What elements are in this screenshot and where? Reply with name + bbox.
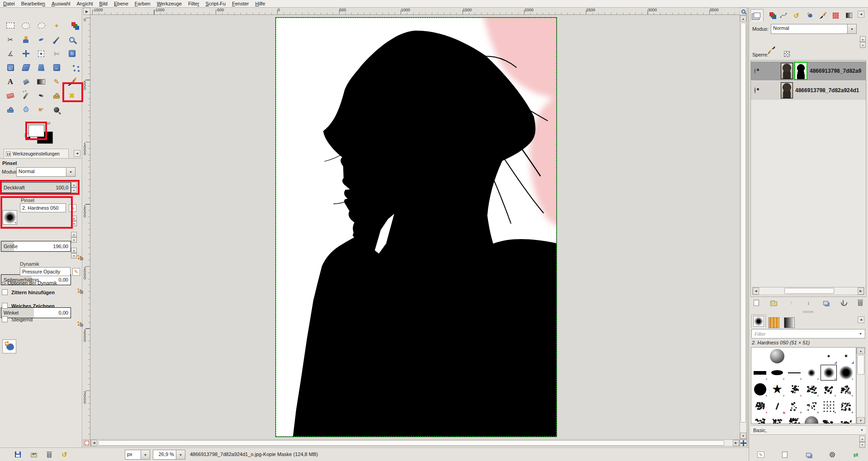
tool-foreground-select[interactable] (18, 33, 33, 47)
chevron-down-icon[interactable]: ▼ (66, 167, 75, 177)
opacity-spinner[interactable]: ▲▼ (71, 182, 77, 193)
duplicate-brush-button[interactable] (803, 451, 813, 459)
vertical-ruler[interactable]: 050010001500200025003000 (83, 15, 90, 439)
angle-reset-icon[interactable] (77, 320, 83, 327)
edit-brush-button[interactable]: ✎ (756, 451, 766, 459)
layer-thumbnail[interactable] (781, 63, 793, 79)
tool-flip[interactable]: ↔ (49, 61, 64, 75)
tool-gradient[interactable] (33, 75, 49, 89)
refresh-brushes-button[interactable]: ⇄ (851, 451, 861, 459)
chevron-down-icon[interactable]: ▼ (848, 24, 857, 34)
edit-brush-icon[interactable]: ✎ (69, 204, 76, 212)
brush-cell[interactable]: + (820, 398, 837, 414)
chevron-down-icon[interactable]: ▼ (860, 428, 863, 432)
menu-script-fu[interactable]: Script-Fu (203, 0, 229, 7)
horizontal-scrollbar[interactable]: ◀ ▶ (90, 439, 740, 447)
dock-tab-paint-dynamics[interactable] (803, 9, 816, 22)
dock-tab-gradients[interactable] (842, 9, 855, 22)
tool-scissors-select[interactable]: ✂ (3, 33, 18, 47)
brush-filter-input[interactable]: Filter ▼ (751, 329, 865, 339)
tool-paths[interactable]: ✒ (33, 33, 49, 47)
tool-eraser[interactable] (3, 89, 18, 103)
tool-airbrush[interactable] (18, 89, 33, 103)
tool-crop[interactable]: ✄ (49, 47, 64, 61)
menu-bearbeiten[interactable]: Bearbeiten (18, 0, 48, 7)
brush-cell[interactable]: + (837, 364, 854, 381)
tool-shear[interactable] (18, 61, 33, 75)
dock-tab-layers[interactable] (750, 9, 764, 22)
brush-cell[interactable]: + (786, 381, 803, 398)
size-slider[interactable]: Größe 196,00 (1, 241, 71, 252)
brush-cell[interactable]: + (786, 364, 803, 381)
brush-cell[interactable] (803, 348, 820, 364)
chevron-down-icon[interactable]: ▼ (176, 450, 185, 460)
tool-move[interactable] (18, 47, 33, 61)
brush-cell[interactable]: ★+ (769, 381, 786, 398)
tool-ink[interactable]: ✒ (33, 89, 49, 103)
brush-cell[interactable]: + (751, 381, 769, 398)
brushes-dock-tab-brushes[interactable] (751, 315, 766, 328)
brush-cell[interactable]: + (769, 398, 786, 414)
delete-brush-button[interactable] (827, 451, 837, 459)
new-layer-group-button[interactable] (769, 299, 778, 307)
delete-layer-button[interactable] (855, 299, 865, 307)
visibility-icon[interactable] (755, 68, 755, 74)
tool-blur-sharpen[interactable] (18, 103, 33, 117)
tool-options-tab[interactable]: Werkzeugeinstellungen (4, 149, 69, 158)
brushes-dock-tab-patterns[interactable] (767, 316, 781, 329)
unit-select[interactable]: px ▼ (125, 450, 150, 460)
checkbox[interactable] (2, 316, 8, 322)
brush-cell[interactable]: + (751, 398, 769, 414)
lower-layer-button[interactable]: ↓ (803, 299, 813, 307)
brush-cell[interactable]: + (769, 364, 786, 381)
edit-dynamics-icon[interactable]: ✎ (72, 268, 80, 276)
tool-perspective-clone[interactable] (3, 103, 18, 117)
reset-options-icon[interactable]: ↺ (61, 451, 67, 458)
layer-row[interactable]: 4866913798_7d82a9 (751, 61, 866, 80)
scroll-up-icon[interactable]: ▲ (857, 348, 865, 354)
brush-cell[interactable]: + (751, 414, 769, 424)
tool-paintbrush[interactable] (64, 75, 80, 89)
brush-cell[interactable]: + (803, 364, 820, 381)
tool-scale[interactable]: ◱ (3, 61, 18, 75)
brush-scroll-thumb[interactable] (857, 355, 864, 375)
brush-cell[interactable]: + (820, 414, 837, 424)
tool-ellipse-select[interactable] (18, 19, 33, 33)
duplicate-layer-button[interactable] (821, 299, 830, 307)
layer-opacity-spinner[interactable]: ▲▼ (860, 36, 866, 48)
menu-datei[interactable]: Datei (0, 0, 18, 7)
foreground-color-swatch[interactable] (28, 125, 44, 137)
brush-cell[interactable]: + (751, 364, 769, 381)
dock-tab-undo-history[interactable]: ↺ (790, 9, 803, 22)
tool-color-picker[interactable] (49, 33, 64, 47)
tool-zoom[interactable] (64, 33, 80, 47)
brush-cell[interactable]: + (820, 381, 837, 398)
brush-cell[interactable]: + (837, 414, 854, 424)
tool-text[interactable]: A (3, 75, 18, 89)
brush-cell[interactable]: + (786, 414, 803, 424)
layer-list-hscrollbar[interactable]: ◀ ▶ (752, 287, 864, 295)
lock-alpha-icon[interactable] (784, 51, 790, 57)
menu-bild[interactable]: Bild (96, 0, 111, 7)
canvas-image[interactable] (276, 18, 557, 437)
chevron-down-icon[interactable]: ▼ (141, 450, 150, 460)
brush-preview[interactable] (3, 210, 17, 225)
menu-auswahl[interactable]: Auswahl (48, 0, 74, 7)
dock-tab-channels[interactable] (764, 9, 777, 22)
aspect-spinner[interactable]: ▲▼ (71, 232, 77, 243)
tool-rect-select[interactable] (3, 19, 18, 33)
layer-name[interactable]: 4866913798_7d82a924d1 (795, 87, 859, 94)
brush-name-field[interactable]: 2. Hardness 050 (20, 203, 66, 212)
brush-collection-select[interactable]: Basic, ▼ (750, 425, 866, 435)
brush-cell[interactable] (820, 348, 837, 364)
tool-bucket-fill[interactable] (18, 75, 33, 89)
raise-layer-button[interactable]: ↑ (786, 299, 796, 307)
menu-werkzeuge[interactable]: Werkzeuge (154, 0, 185, 7)
tool-options-menu-button[interactable]: ◄ (74, 150, 80, 157)
tool-perspective[interactable] (33, 61, 49, 75)
brush-cell[interactable] (769, 348, 786, 364)
dock-tab-patterns[interactable] (829, 9, 842, 22)
chevron-down-icon[interactable]: ▼ (859, 332, 862, 335)
menu-ansicht[interactable]: Ansicht (74, 0, 96, 7)
hscroll-thumb[interactable] (98, 440, 724, 446)
